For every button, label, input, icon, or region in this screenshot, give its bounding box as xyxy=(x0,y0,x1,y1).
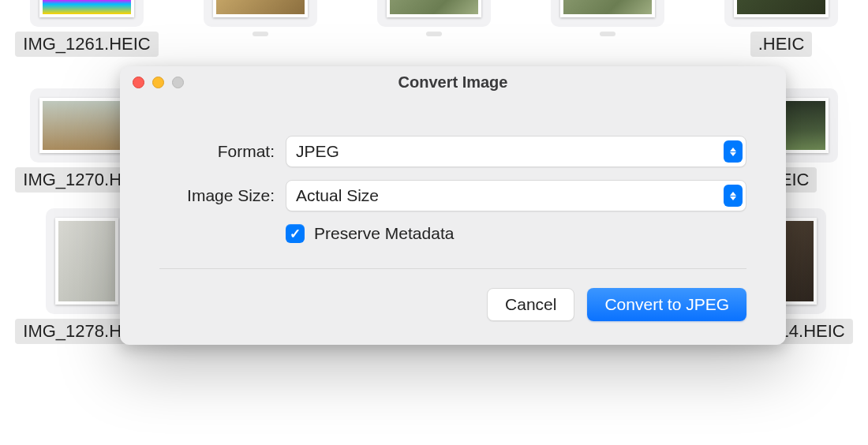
file-thumb-frame xyxy=(551,0,664,27)
dialog-titlebar: Convert Image xyxy=(120,66,786,98)
file-thumb xyxy=(387,0,481,17)
minimize-window-button[interactable] xyxy=(152,77,164,88)
close-window-button[interactable] xyxy=(133,77,144,88)
file-thumb xyxy=(55,218,118,305)
file-thumb xyxy=(560,0,655,17)
file-item[interactable] xyxy=(189,0,331,57)
format-row: Format: JPEG xyxy=(159,136,746,167)
file-item[interactable] xyxy=(537,0,679,57)
dialog-form: Format: JPEG Image Size: Actual Size xyxy=(120,98,786,243)
format-label: Format: xyxy=(159,142,286,161)
format-select[interactable]: JPEG xyxy=(286,136,746,167)
file-thumb xyxy=(39,0,134,17)
image-size-label: Image Size: xyxy=(159,186,286,205)
chevron-up-down-icon xyxy=(724,185,743,207)
file-label: .HEIC xyxy=(750,32,813,57)
chevron-up-down-icon xyxy=(724,140,743,163)
file-label xyxy=(426,32,442,36)
dialog-title: Convert Image xyxy=(120,73,786,92)
file-item[interactable]: IMG_1261.HEIC xyxy=(16,0,158,57)
divider xyxy=(159,268,746,269)
file-thumb-frame xyxy=(30,0,144,27)
file-row: IMG_1261.HEIC .HEIC xyxy=(16,0,852,57)
file-thumb xyxy=(213,0,308,17)
file-item[interactable]: .HEIC xyxy=(710,0,852,57)
file-thumb-frame xyxy=(724,0,838,27)
file-label: IMG_1261.HEIC xyxy=(15,32,158,57)
image-size-select-value: Actual Size xyxy=(296,186,379,205)
file-thumb xyxy=(734,0,829,17)
file-thumb-frame xyxy=(46,208,128,314)
dialog-buttons: Cancel Convert to JPEG xyxy=(120,288,786,321)
convert-button[interactable]: Convert to JPEG xyxy=(587,288,746,321)
maximize-window-button xyxy=(172,77,184,88)
file-thumb-frame xyxy=(377,0,491,27)
preserve-metadata-label: Preserve Metadata xyxy=(314,224,454,243)
preserve-metadata-checkbox[interactable]: ✓ xyxy=(286,224,305,243)
convert-image-dialog: Convert Image Format: JPEG Image Size: A… xyxy=(120,66,786,345)
file-label xyxy=(600,32,615,36)
image-size-select[interactable]: Actual Size xyxy=(286,180,746,211)
window-controls xyxy=(120,77,184,88)
format-select-value: JPEG xyxy=(296,142,339,161)
file-item[interactable] xyxy=(363,0,505,57)
file-label xyxy=(253,32,268,36)
image-size-row: Image Size: Actual Size xyxy=(159,180,746,211)
cancel-button[interactable]: Cancel xyxy=(487,288,574,321)
preserve-metadata-row: ✓ Preserve Metadata xyxy=(159,224,746,243)
checkmark-icon: ✓ xyxy=(290,227,301,241)
file-thumb-frame xyxy=(204,0,317,27)
